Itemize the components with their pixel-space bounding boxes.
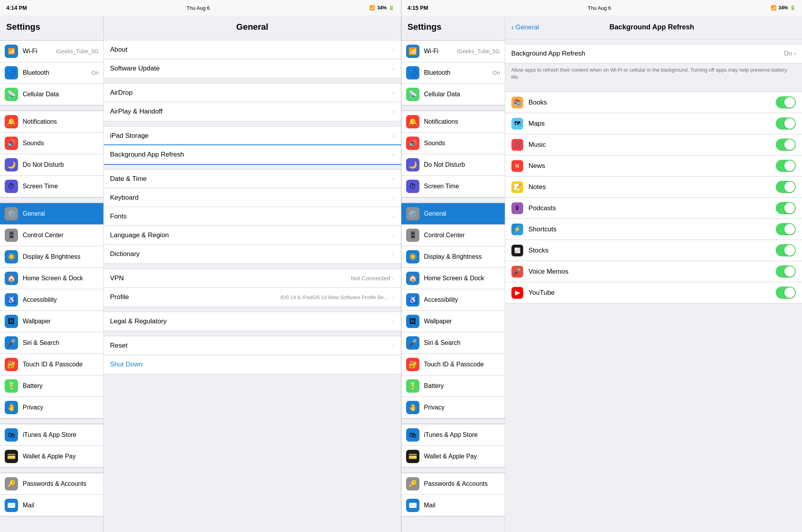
sidebar-item-homescreen-right[interactable]: 🏠 Home Screen & Dock	[401, 268, 505, 289]
sidebar-item-itunes-left[interactable]: 🛍 iTunes & App Store	[0, 424, 103, 446]
dictionary-chevron-left: ›	[392, 251, 394, 258]
sidebar-item-mail-left[interactable]: ✉️ Mail	[0, 495, 103, 516]
sidebar-item-wifi-left[interactable]: 📶 Wi-Fi iGeeks_Tube_5G	[0, 40, 103, 62]
row-vpn-left[interactable]: VPN Not Connected ›	[104, 269, 401, 288]
sidebar-item-passwords-right[interactable]: 🔑 Passwords & Accounts	[401, 473, 505, 495]
podcasts-toggle[interactable]	[776, 202, 796, 214]
shortcuts-toggle[interactable]	[776, 223, 796, 235]
sidebar-item-cellular-right[interactable]: 📡 Cellular Data	[401, 84, 505, 105]
sidebar-item-battery-left[interactable]: 🔋 Battery	[0, 375, 103, 397]
sidebar-item-touchid-left[interactable]: 🔐 Touch ID & Passcode	[0, 354, 103, 375]
row-backgroundrefresh-left[interactable]: Background App Refresh ›	[104, 145, 401, 164]
row-airplay-left[interactable]: AirPlay & Handoff ›	[104, 102, 401, 121]
row-keyboard-left[interactable]: Keyboard ›	[104, 188, 401, 207]
stocks-toggle[interactable]	[776, 244, 796, 256]
youtube-toggle[interactable]	[776, 287, 796, 299]
row-language-left[interactable]: Language & Region ›	[104, 226, 401, 245]
row-fonts-left[interactable]: Fonts ›	[104, 207, 401, 226]
sidebar-item-screentime-right[interactable]: ⏱ Screen Time	[401, 176, 505, 197]
row-about-left[interactable]: About ›	[104, 40, 401, 59]
back-label: General	[515, 23, 539, 31]
siri-label-left: Siri & Search	[23, 339, 99, 346]
books-app-icon: 📚	[511, 97, 523, 108]
right-panel: 4:15 PM Thu Aug 6 📶 34% 🔋 Settings 📶 Wi-…	[401, 0, 802, 532]
row-ipadstorage-left[interactable]: iPad Storage ›	[104, 126, 401, 145]
sidebar-item-itunes-right[interactable]: 🛍 iTunes & App Store	[401, 424, 505, 446]
sidebar-item-general-left[interactable]: ⚙️ General	[0, 203, 103, 225]
sidebar-item-wallet-left[interactable]: 💳 Wallet & Apple Pay	[0, 446, 103, 467]
music-toggle[interactable]	[776, 139, 796, 151]
voicememos-toggle[interactable]	[776, 265, 796, 278]
ipadstorage-label-left: iPad Storage	[110, 132, 392, 140]
sidebar-item-dnd-right[interactable]: 🌙 Do Not Disturb	[401, 154, 505, 176]
sounds-label-left: Sounds	[23, 140, 99, 147]
sidebar-item-general-right[interactable]: ⚙️ General	[401, 203, 505, 225]
status-bar-right: 4:15 PM Thu Aug 6 📶 34% 🔋	[401, 0, 802, 16]
row-softwareupdate-left[interactable]: Software Update ›	[104, 59, 401, 78]
sidebar-item-sounds-right[interactable]: 🔊 Sounds	[401, 133, 505, 154]
sidebar-item-display-left[interactable]: ☀️ Display & Brightness	[0, 246, 103, 268]
row-airdrop-left[interactable]: AirDrop ›	[104, 83, 401, 102]
left-panel: 4:14 PM Thu Aug 6 📶 34% 🔋 Settings 📶 Wi-…	[0, 0, 401, 532]
row-profile-left[interactable]: Profile iOS 14 & iPadOS 14 Beta Software…	[104, 288, 401, 307]
sidebar-item-notifications-left[interactable]: 🔔 Notifications	[0, 111, 103, 133]
sidebar-item-passwords-left[interactable]: 🔑 Passwords & Accounts	[0, 473, 103, 495]
app-row-voicememos: 🎤 Voice Memos	[505, 261, 802, 282]
status-icons-left: 📶 34% 🔋	[369, 5, 394, 11]
sidebar-group-store-right: 🛍 iTunes & App Store 💳 Wallet & Apple Pa…	[401, 424, 505, 468]
voicememos-app-icon: 🎤	[511, 266, 523, 278]
row-shutdown-left[interactable]: Shut Down	[104, 355, 401, 374]
vpn-value-left: Not Connected	[351, 275, 390, 281]
sidebar-item-wallpaper-right[interactable]: 🖼 Wallpaper	[401, 311, 505, 332]
sidebar-item-controlcenter-left[interactable]: 🎛 Control Center	[0, 225, 103, 246]
sidebar-item-screentime-left[interactable]: ⏱ Screen Time	[0, 176, 103, 197]
sidebar-item-controlcenter-right[interactable]: 🎛 Control Center	[401, 225, 505, 246]
sidebar-item-battery-right[interactable]: 🔋 Battery	[401, 375, 505, 397]
about-chevron-left: ›	[392, 46, 394, 53]
sidebar-item-wallet-right[interactable]: 💳 Wallet & Apple Pay	[401, 446, 505, 467]
app-row-notes: 📝 Notes	[505, 177, 802, 198]
sidebar-item-homescreen-left[interactable]: 🏠 Home Screen & Dock	[0, 268, 103, 289]
sidebar-item-wallpaper-left[interactable]: 🖼 Wallpaper	[0, 311, 103, 332]
bar-refresh-main-row[interactable]: Background App Refresh On ›	[505, 44, 802, 63]
itunes-label-left: iTunes & App Store	[23, 431, 99, 438]
sidebar-item-notifications-right[interactable]: 🔔 Notifications	[401, 111, 505, 133]
sidebar-item-bluetooth-right[interactable]: 🔵 Bluetooth On	[401, 62, 505, 84]
passwords-icon-right: 🔑	[406, 477, 419, 491]
controlcenter-label-left: Control Center	[23, 232, 99, 239]
sidebar-item-cellular-left[interactable]: 📡 Cellular Data	[0, 84, 103, 105]
sidebar-item-siri-left[interactable]: 🎤 Siri & Search	[0, 332, 103, 354]
sidebar-item-mail-right[interactable]: ✉️ Mail	[401, 495, 505, 516]
sidebar-item-siri-right[interactable]: 🎤 Siri & Search	[401, 332, 505, 354]
sidebar-item-bluetooth-left[interactable]: 🔵 Bluetooth On	[0, 62, 103, 84]
group-legal-left: Legal & Regulatory ›	[104, 312, 401, 331]
sidebar-item-touchid-right[interactable]: 🔐 Touch ID & Passcode	[401, 354, 505, 375]
homescreen-icon-right: 🏠	[406, 272, 419, 285]
general-label-left: General	[23, 210, 99, 217]
row-dictionary-left[interactable]: Dictionary ›	[104, 245, 401, 263]
homescreen-label-right: Home Screen & Dock	[424, 275, 500, 282]
row-legal-left[interactable]: Legal & Regulatory ›	[104, 312, 401, 331]
notes-toggle-knob	[784, 182, 795, 192]
sidebar-item-privacy-left[interactable]: 🤚 Privacy	[0, 397, 103, 418]
bluetooth-sublabel-left: On	[91, 70, 99, 76]
sidebar-item-accessibility-left[interactable]: ♿ Accessibility	[0, 289, 103, 311]
sidebar-item-sounds-left[interactable]: 🔊 Sounds	[0, 133, 103, 154]
stocks-app-name: Stocks	[529, 247, 776, 254]
sidebar-item-dnd-left[interactable]: 🌙 Do Not Disturb	[0, 154, 103, 176]
notes-toggle[interactable]	[776, 181, 796, 193]
news-toggle[interactable]	[776, 160, 796, 172]
row-datetime-left[interactable]: Date & Time ›	[104, 170, 401, 188]
sidebar-item-display-right[interactable]: ☀️ Display & Brightness	[401, 246, 505, 268]
sidebar-item-privacy-right[interactable]: 🤚 Privacy	[401, 397, 505, 418]
maps-toggle[interactable]	[776, 117, 796, 130]
music-app-icon: 🎵	[511, 139, 523, 151]
row-reset-left[interactable]: Reset ›	[104, 336, 401, 355]
youtube-app-name: YouTube	[529, 289, 776, 297]
shutdown-label-left: Shut Down	[110, 361, 395, 368]
sidebar-item-wifi-right[interactable]: 📶 Wi-Fi iGeeks_Tube_5G	[401, 40, 505, 62]
sidebar-item-accessibility-right[interactable]: ♿ Accessibility	[401, 289, 505, 311]
back-button[interactable]: ‹ General	[511, 19, 539, 36]
airdrop-chevron-left: ›	[392, 89, 394, 96]
books-toggle[interactable]	[776, 96, 796, 108]
